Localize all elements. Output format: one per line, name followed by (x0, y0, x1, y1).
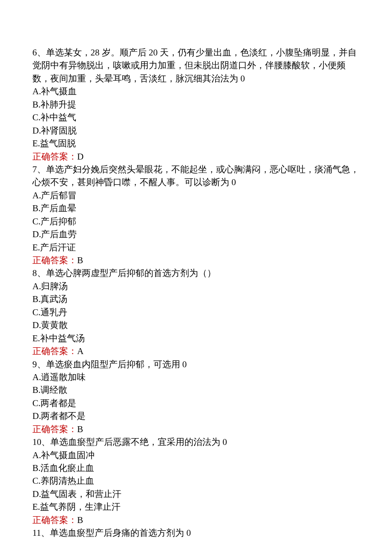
answer-label: 正确答案： (32, 151, 77, 162)
option: D.两者都不是 (32, 410, 360, 422)
option: D.益气固表，和营止汗 (32, 488, 360, 500)
option: E.益气养阴，生津止汗 (32, 500, 360, 513)
option: B.调经散 (32, 384, 360, 396)
option: B.真武汤 (32, 293, 360, 305)
option: C.产后抑郁 (32, 215, 360, 228)
answer-label: 正确答案： (32, 424, 77, 434)
option: A.补气摄血 (32, 85, 360, 98)
option: E.益气固脱 (32, 137, 360, 150)
answer-value: B (77, 515, 83, 525)
option: A.补气摄血固冲 (32, 449, 360, 462)
option: E.产后汗证 (32, 241, 360, 254)
answer-line: 正确答案：B (32, 254, 360, 267)
document-page: 6、单选某女，28 岁。顺产后 20 天，仍有少量出血，色淡红，小腹坠痛明显，并… (0, 0, 392, 555)
question-stem: 9、单选瘀血内阻型产后抑郁，可选用 0 (32, 358, 360, 371)
question-stem: 11、单选血瘀型产后身痛的首选方剂为 0 (32, 526, 360, 539)
answer-line: 正确答案：A (32, 345, 360, 357)
answer-label: 正确答案： (32, 346, 77, 356)
option: C.两者都是 (32, 397, 360, 410)
option: B.活血化瘀止血 (32, 462, 360, 474)
answer-label: 正确答案： (32, 255, 77, 265)
option: A.归脾汤 (32, 280, 360, 293)
option: D.补肾固脱 (32, 124, 360, 137)
option: C.补中益气 (32, 111, 360, 124)
option: C.通乳丹 (32, 306, 360, 319)
option: A.逍遥散加味 (32, 371, 360, 384)
answer-line: 正确答案：B (32, 423, 360, 436)
option: C.养阴清热止血 (32, 474, 360, 487)
question-stem: 8、单选心脾两虚型产后抑郁的首选方剂为（） (32, 267, 360, 279)
question-stem: 10、单选血瘀型产后恶露不绝，宜采用的治法为 0 (32, 436, 360, 448)
question-stem: 6、单选某女，28 岁。顺产后 20 天，仍有少量出血，色淡红，小腹坠痛明显，并… (32, 46, 360, 85)
option: D.产后血劳 (32, 228, 360, 241)
option: B.产后血晕 (32, 202, 360, 215)
question-stem: 7、单选产妇分娩后突然头晕眼花，不能起坐，或心胸满闷，恶心呕吐，痰涌气急，心烦不… (32, 163, 360, 189)
answer-value: B (77, 424, 83, 434)
answer-value: D (77, 151, 84, 162)
answer-value: A (77, 346, 84, 356)
option: B.补肺升提 (32, 98, 360, 111)
answer-label: 正确答案： (32, 515, 77, 525)
answer-line: 正确答案：B (32, 514, 360, 526)
answer-value: B (77, 255, 83, 265)
option: D.黄黄散 (32, 319, 360, 331)
option: E.补中益气汤 (32, 332, 360, 345)
option: A.产后郁冒 (32, 189, 360, 202)
answer-line: 正确答案：D (32, 150, 360, 163)
